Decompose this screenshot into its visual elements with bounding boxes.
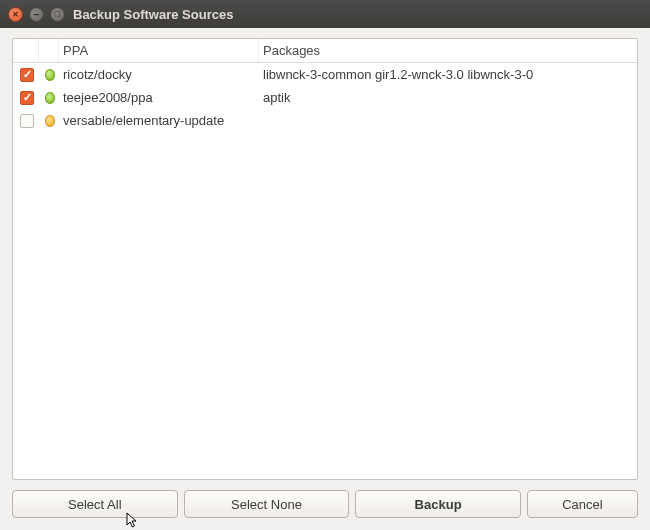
checkbox[interactable]: [20, 68, 34, 82]
col-status[interactable]: [39, 39, 59, 62]
ppa-name: teejee2008/ppa: [59, 90, 259, 105]
table-row[interactable]: ricotz/docky libwnck-3-common gir1.2-wnc…: [13, 63, 637, 86]
content-area: PPA Packages ricotz/docky libwnck-3-comm…: [0, 28, 650, 530]
button-bar: Select All Select None Backup Cancel: [12, 490, 638, 518]
table-row[interactable]: versable/elementary-update: [13, 109, 637, 132]
col-ppa[interactable]: PPA: [59, 39, 259, 62]
window-title: Backup Software Sources: [73, 7, 233, 22]
ppa-name: ricotz/docky: [59, 67, 259, 82]
select-all-button[interactable]: Select All: [12, 490, 178, 518]
checkbox[interactable]: [20, 114, 34, 128]
packages-cell: libwnck-3-common gir1.2-wnck-3.0 libwnck…: [259, 67, 637, 82]
list-header: PPA Packages: [13, 39, 637, 63]
select-none-button[interactable]: Select None: [184, 490, 350, 518]
col-packages[interactable]: Packages: [259, 39, 637, 62]
checkbox[interactable]: [20, 91, 34, 105]
status-dot-icon: [45, 115, 55, 127]
maximize-icon[interactable]: [50, 7, 65, 22]
col-checkbox[interactable]: [13, 39, 39, 62]
minimize-icon[interactable]: [29, 7, 44, 22]
close-icon[interactable]: [8, 7, 23, 22]
table-row[interactable]: teejee2008/ppa aptik: [13, 86, 637, 109]
window-controls: [8, 7, 65, 22]
backup-button[interactable]: Backup: [355, 490, 521, 518]
status-dot-icon: [45, 69, 55, 81]
ppa-list: PPA Packages ricotz/docky libwnck-3-comm…: [12, 38, 638, 480]
packages-cell: aptik: [259, 90, 637, 105]
status-dot-icon: [45, 92, 55, 104]
cancel-button[interactable]: Cancel: [527, 490, 638, 518]
ppa-name: versable/elementary-update: [59, 113, 259, 128]
titlebar: Backup Software Sources: [0, 0, 650, 28]
